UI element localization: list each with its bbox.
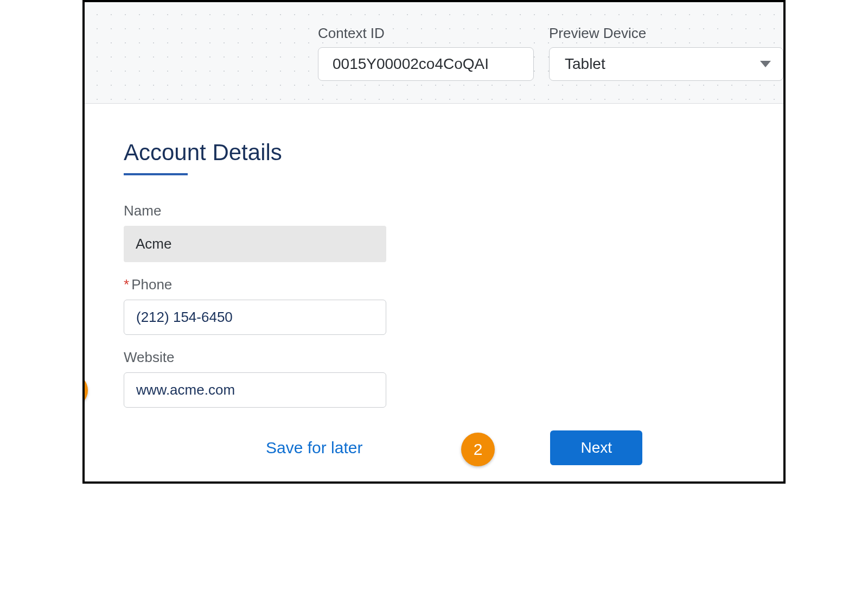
website-label: Website bbox=[124, 349, 386, 366]
save-for-later-link[interactable]: Save for later bbox=[266, 439, 362, 457]
title-underline bbox=[124, 173, 188, 175]
chevron-down-icon bbox=[760, 61, 771, 67]
context-id-input-wrap bbox=[318, 47, 534, 81]
form-actions: Save for later Next bbox=[124, 430, 642, 465]
context-id-input[interactable] bbox=[318, 48, 534, 80]
preview-config-bar: Context ID Preview Device Tablet bbox=[85, 2, 783, 104]
annotation-badge-1: 1 bbox=[82, 373, 88, 407]
preview-device-value: Tablet bbox=[565, 55, 605, 73]
context-id-label: Context ID bbox=[318, 25, 534, 42]
section-title: Account Details bbox=[124, 140, 744, 166]
phone-label-text: Phone bbox=[131, 276, 172, 293]
phone-input[interactable] bbox=[124, 300, 386, 335]
phone-field: *Phone bbox=[124, 276, 386, 335]
name-value: Acme bbox=[124, 226, 386, 262]
next-button[interactable]: Next bbox=[550, 430, 642, 465]
form-area: Account Details Name Acme *Phone Website… bbox=[85, 104, 783, 481]
website-input[interactable] bbox=[124, 372, 386, 408]
website-field: Website bbox=[124, 349, 386, 408]
phone-label: *Phone bbox=[124, 276, 386, 293]
app-frame: Context ID Preview Device Tablet Account… bbox=[82, 0, 786, 484]
preview-device-field: Preview Device Tablet bbox=[549, 25, 783, 81]
preview-device-label: Preview Device bbox=[549, 25, 783, 42]
name-field: Name Acme bbox=[124, 202, 386, 262]
required-indicator: * bbox=[124, 276, 129, 293]
annotation-badge-2: 2 bbox=[461, 433, 495, 466]
preview-device-select[interactable]: Tablet bbox=[549, 47, 783, 81]
name-label: Name bbox=[124, 202, 386, 219]
context-id-field: Context ID bbox=[318, 25, 534, 81]
